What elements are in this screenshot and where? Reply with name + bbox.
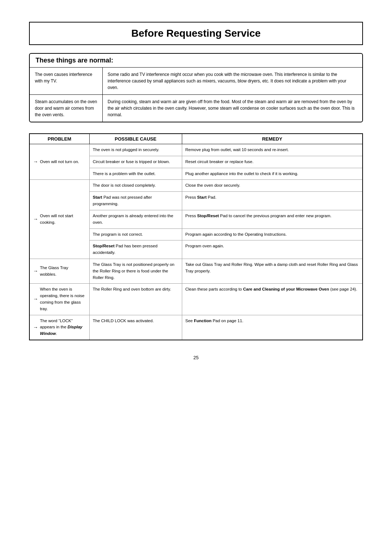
- trouble-cause: The program is not correct.: [89, 228, 182, 240]
- troubleshooting-section: PROBLEM POSSIBLE CAUSE REMEDY →Oven will…: [29, 133, 363, 340]
- trouble-cause: Stop/Reset Pad has been pressed accident…: [89, 240, 182, 259]
- page-title: Before Requesting Service: [29, 22, 363, 45]
- normal-explanation: Some radio and TV interference might occ…: [102, 68, 362, 95]
- trouble-cause: Start Pad was not pressed after programm…: [89, 192, 182, 210]
- trouble-cause: The door is not closed completely.: [89, 180, 182, 192]
- trouble-cause: The oven is not plugged in securely.: [89, 144, 182, 156]
- trouble-remedy: Clean these parts according to Care and …: [182, 284, 363, 315]
- trouble-problem: →The Glass Tray wobbles.: [29, 259, 89, 283]
- trouble-cause: The Roller Ring and oven bottom are dirt…: [89, 284, 182, 315]
- normal-problem: The oven causes interference with my TV.: [30, 68, 102, 95]
- trouble-remedy: Close the oven door securely.: [182, 180, 363, 192]
- trouble-cause: The Glass Tray is not positioned properl…: [89, 259, 182, 283]
- col-header-problem: PROBLEM: [29, 134, 89, 144]
- col-header-remedy: REMEDY: [182, 134, 363, 144]
- trouble-row: →The Glass Tray wobbles.The Glass Tray i…: [29, 259, 363, 283]
- normal-section: These things are normal: The oven causes…: [29, 53, 363, 122]
- trouble-remedy: Program oven again.: [182, 240, 363, 259]
- trouble-row: →Oven will not turn on.The oven is not p…: [29, 144, 363, 156]
- trouble-cause: Circuit breaker or fuse is tripped or bl…: [89, 156, 182, 168]
- troubleshooting-table: PROBLEM POSSIBLE CAUSE REMEDY →Oven will…: [29, 133, 363, 340]
- trouble-problem: →The word “LOCK” appears in the Display …: [29, 315, 89, 340]
- trouble-remedy: Reset circuit breaker or replace fuse.: [182, 156, 363, 168]
- trouble-cause: The CHILD LOCK was activated.: [89, 315, 182, 340]
- normal-table-row: Steam accumulates on the oven door and w…: [30, 95, 362, 122]
- normal-table: The oven causes interference with my TV.…: [30, 68, 362, 122]
- normal-explanation: During cooking, steam and warm air are g…: [102, 95, 362, 122]
- trouble-remedy: Press Stop/Reset Pad to cancel the previ…: [182, 210, 363, 228]
- normal-problem: Steam accumulates on the oven door and w…: [30, 95, 102, 122]
- trouble-remedy: See Function Pad on page 11.: [182, 315, 363, 340]
- normal-table-row: The oven causes interference with my TV.…: [30, 68, 362, 95]
- trouble-row: →When the oven is operating, there is no…: [29, 284, 363, 315]
- page-number: 25: [29, 355, 363, 360]
- trouble-problem: →Oven will not turn on.: [29, 144, 89, 180]
- trouble-problem: →When the oven is operating, there is no…: [29, 284, 89, 315]
- trouble-remedy: Remove plug from outlet, wait 10 seconds…: [182, 144, 363, 156]
- trouble-problem: →Oven will not start cooking.: [29, 180, 89, 259]
- col-header-cause: POSSIBLE CAUSE: [89, 134, 182, 144]
- trouble-row: →Oven will not start cooking.The door is…: [29, 180, 363, 192]
- trouble-cause: Another program is already entered into …: [89, 210, 182, 228]
- trouble-remedy: Take out Glass Tray and Roller Ring. Wip…: [182, 259, 363, 283]
- trouble-remedy: Press Start Pad.: [182, 192, 363, 210]
- trouble-row: →The word “LOCK” appears in the Display …: [29, 315, 363, 340]
- trouble-remedy: Program again according to the Operating…: [182, 228, 363, 240]
- trouble-cause: There is a problem with the outlet.: [89, 168, 182, 180]
- trouble-remedy: Plug another appliance into the outlet t…: [182, 168, 363, 180]
- normal-section-heading: These things are normal:: [30, 54, 362, 68]
